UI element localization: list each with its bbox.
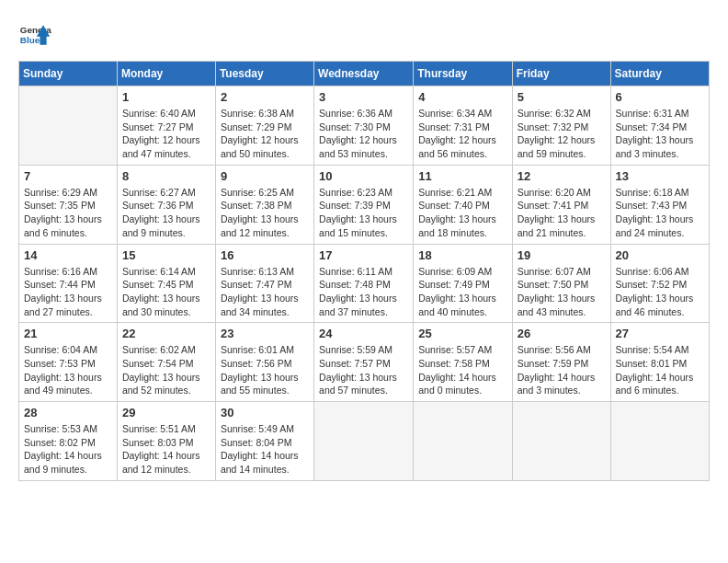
day-number: 14 xyxy=(24,248,112,262)
page-header: General Blue xyxy=(18,18,710,52)
week-row-2: 7Sunrise: 6:29 AM Sunset: 7:35 PM Daylig… xyxy=(19,165,710,244)
col-header-saturday: Saturday xyxy=(610,62,709,86)
day-info: Sunrise: 6:32 AM Sunset: 7:32 PM Dayligh… xyxy=(518,107,606,161)
day-info: Sunrise: 6:27 AM Sunset: 7:36 PM Dayligh… xyxy=(122,186,210,240)
day-cell: 27Sunrise: 5:54 AM Sunset: 8:01 PM Dayli… xyxy=(610,323,709,402)
day-cell: 25Sunrise: 5:57 AM Sunset: 7:58 PM Dayli… xyxy=(414,323,512,402)
day-cell: 2Sunrise: 6:38 AM Sunset: 7:29 PM Daylig… xyxy=(215,86,313,166)
calendar-table: SundayMondayTuesdayWednesdayThursdayFrid… xyxy=(18,61,710,481)
day-info: Sunrise: 6:18 AM Sunset: 7:43 PM Dayligh… xyxy=(616,186,704,240)
day-info: Sunrise: 6:25 AM Sunset: 7:38 PM Dayligh… xyxy=(221,186,309,240)
day-info: Sunrise: 6:06 AM Sunset: 7:52 PM Dayligh… xyxy=(616,265,704,319)
day-number: 6 xyxy=(616,90,704,104)
col-header-friday: Friday xyxy=(512,62,610,86)
day-info: Sunrise: 6:07 AM Sunset: 7:50 PM Dayligh… xyxy=(518,265,606,319)
day-info: Sunrise: 5:54 AM Sunset: 8:01 PM Dayligh… xyxy=(616,343,704,397)
day-cell: 7Sunrise: 6:29 AM Sunset: 7:35 PM Daylig… xyxy=(19,165,118,244)
week-row-5: 28Sunrise: 5:53 AM Sunset: 8:02 PM Dayli… xyxy=(19,402,710,481)
day-cell: 15Sunrise: 6:14 AM Sunset: 7:45 PM Dayli… xyxy=(117,244,215,323)
day-info: Sunrise: 5:59 AM Sunset: 7:57 PM Dayligh… xyxy=(319,343,408,397)
day-cell: 6Sunrise: 6:31 AM Sunset: 7:34 PM Daylig… xyxy=(610,86,709,166)
day-number: 30 xyxy=(221,406,309,419)
day-number: 29 xyxy=(122,406,210,419)
day-info: Sunrise: 6:40 AM Sunset: 7:27 PM Dayligh… xyxy=(122,107,210,161)
col-header-thursday: Thursday xyxy=(414,62,512,86)
day-cell: 30Sunrise: 5:49 AM Sunset: 8:04 PM Dayli… xyxy=(215,402,313,481)
day-cell: 1Sunrise: 6:40 AM Sunset: 7:27 PM Daylig… xyxy=(117,86,215,166)
day-cell xyxy=(512,402,610,481)
day-number: 13 xyxy=(616,169,704,183)
day-cell: 11Sunrise: 6:21 AM Sunset: 7:40 PM Dayli… xyxy=(414,165,512,244)
day-cell: 9Sunrise: 6:25 AM Sunset: 7:38 PM Daylig… xyxy=(215,165,313,244)
day-cell: 26Sunrise: 5:56 AM Sunset: 7:59 PM Dayli… xyxy=(512,323,610,402)
day-cell: 28Sunrise: 5:53 AM Sunset: 8:02 PM Dayli… xyxy=(19,402,118,481)
day-number: 26 xyxy=(518,327,606,340)
day-number: 23 xyxy=(221,327,309,340)
day-number: 27 xyxy=(616,327,704,340)
day-cell: 8Sunrise: 6:27 AM Sunset: 7:36 PM Daylig… xyxy=(117,165,215,244)
day-cell xyxy=(610,402,709,481)
day-info: Sunrise: 5:53 AM Sunset: 8:02 PM Dayligh… xyxy=(24,422,112,477)
day-number: 16 xyxy=(221,248,309,262)
day-number: 18 xyxy=(418,248,506,262)
day-number: 5 xyxy=(518,90,606,104)
col-header-monday: Monday xyxy=(117,62,215,86)
day-number: 24 xyxy=(319,327,408,340)
day-cell: 23Sunrise: 6:01 AM Sunset: 7:56 PM Dayli… xyxy=(215,323,313,402)
col-header-sunday: Sunday xyxy=(19,62,118,86)
day-info: Sunrise: 6:01 AM Sunset: 7:56 PM Dayligh… xyxy=(221,343,309,397)
day-cell: 20Sunrise: 6:06 AM Sunset: 7:52 PM Dayli… xyxy=(610,244,709,323)
day-info: Sunrise: 5:51 AM Sunset: 8:03 PM Dayligh… xyxy=(122,422,210,477)
day-info: Sunrise: 5:57 AM Sunset: 7:58 PM Dayligh… xyxy=(418,343,506,397)
day-cell: 19Sunrise: 6:07 AM Sunset: 7:50 PM Dayli… xyxy=(512,244,610,323)
week-row-1: 1Sunrise: 6:40 AM Sunset: 7:27 PM Daylig… xyxy=(19,86,710,166)
day-cell: 5Sunrise: 6:32 AM Sunset: 7:32 PM Daylig… xyxy=(512,86,610,166)
logo: General Blue xyxy=(18,18,51,52)
day-number: 21 xyxy=(24,327,112,340)
day-number: 8 xyxy=(122,169,210,183)
day-cell: 12Sunrise: 6:20 AM Sunset: 7:41 PM Dayli… xyxy=(512,165,610,244)
day-cell: 21Sunrise: 6:04 AM Sunset: 7:53 PM Dayli… xyxy=(19,323,118,402)
day-info: Sunrise: 6:29 AM Sunset: 7:35 PM Dayligh… xyxy=(24,186,112,240)
day-number: 19 xyxy=(518,248,606,262)
day-cell xyxy=(314,402,414,481)
col-header-tuesday: Tuesday xyxy=(215,62,313,86)
day-info: Sunrise: 5:49 AM Sunset: 8:04 PM Dayligh… xyxy=(221,422,309,477)
header-row: SundayMondayTuesdayWednesdayThursdayFrid… xyxy=(19,62,710,86)
day-number: 12 xyxy=(518,169,606,183)
day-info: Sunrise: 6:36 AM Sunset: 7:30 PM Dayligh… xyxy=(319,107,408,161)
day-cell: 4Sunrise: 6:34 AM Sunset: 7:31 PM Daylig… xyxy=(414,86,512,166)
day-info: Sunrise: 6:23 AM Sunset: 7:39 PM Dayligh… xyxy=(319,186,408,240)
week-row-4: 21Sunrise: 6:04 AM Sunset: 7:53 PM Dayli… xyxy=(19,323,710,402)
day-number: 4 xyxy=(418,90,506,104)
day-number: 11 xyxy=(418,169,506,183)
day-cell: 3Sunrise: 6:36 AM Sunset: 7:30 PM Daylig… xyxy=(314,86,414,166)
day-number: 17 xyxy=(319,248,408,262)
day-number: 2 xyxy=(221,90,309,104)
day-info: Sunrise: 6:34 AM Sunset: 7:31 PM Dayligh… xyxy=(418,107,506,161)
day-cell: 18Sunrise: 6:09 AM Sunset: 7:49 PM Dayli… xyxy=(414,244,512,323)
day-cell: 17Sunrise: 6:11 AM Sunset: 7:48 PM Dayli… xyxy=(314,244,414,323)
day-cell: 29Sunrise: 5:51 AM Sunset: 8:03 PM Dayli… xyxy=(117,402,215,481)
day-number: 9 xyxy=(221,169,309,183)
day-info: Sunrise: 6:21 AM Sunset: 7:40 PM Dayligh… xyxy=(418,186,506,240)
day-cell: 10Sunrise: 6:23 AM Sunset: 7:39 PM Dayli… xyxy=(314,165,414,244)
week-row-3: 14Sunrise: 6:16 AM Sunset: 7:44 PM Dayli… xyxy=(19,244,710,323)
day-info: Sunrise: 6:11 AM Sunset: 7:48 PM Dayligh… xyxy=(319,265,408,319)
day-number: 7 xyxy=(24,169,112,183)
day-number: 20 xyxy=(616,248,704,262)
day-number: 22 xyxy=(122,327,210,340)
day-cell xyxy=(414,402,512,481)
day-cell: 13Sunrise: 6:18 AM Sunset: 7:43 PM Dayli… xyxy=(610,165,709,244)
day-cell: 16Sunrise: 6:13 AM Sunset: 7:47 PM Dayli… xyxy=(215,244,313,323)
day-info: Sunrise: 5:56 AM Sunset: 7:59 PM Dayligh… xyxy=(518,343,606,397)
day-cell xyxy=(19,86,118,166)
logo-icon: General Blue xyxy=(18,18,51,52)
day-info: Sunrise: 6:16 AM Sunset: 7:44 PM Dayligh… xyxy=(24,265,112,319)
day-number: 10 xyxy=(319,169,408,183)
day-info: Sunrise: 6:13 AM Sunset: 7:47 PM Dayligh… xyxy=(221,265,309,319)
day-number: 1 xyxy=(122,90,210,104)
day-number: 25 xyxy=(418,327,506,340)
day-info: Sunrise: 6:02 AM Sunset: 7:54 PM Dayligh… xyxy=(122,343,210,397)
day-cell: 22Sunrise: 6:02 AM Sunset: 7:54 PM Dayli… xyxy=(117,323,215,402)
